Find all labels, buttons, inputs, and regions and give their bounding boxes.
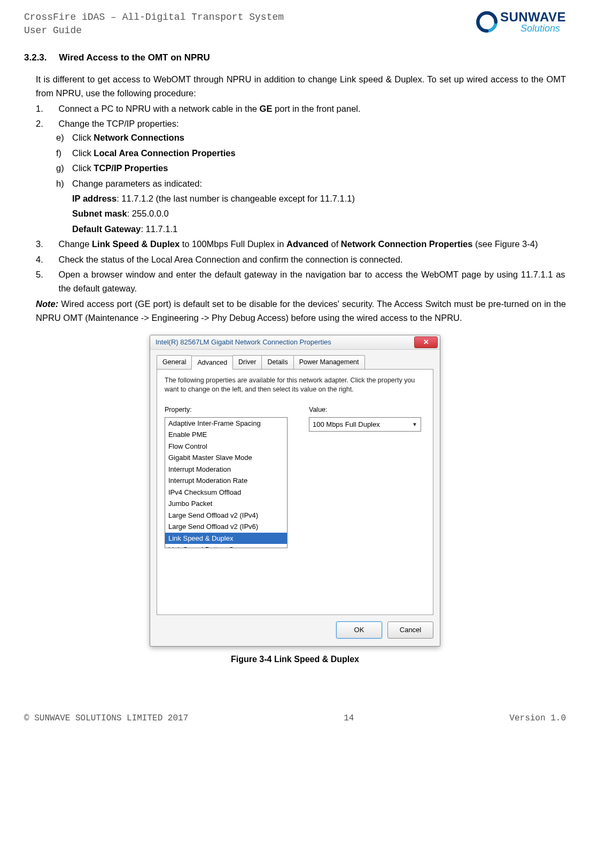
figure-caption: Figure 3-4 Link Speed & Duplex bbox=[24, 653, 566, 666]
doc-title-line1: CrossFire iDAS – All-Digital Transport S… bbox=[24, 11, 284, 24]
property-item[interactable]: Large Send Offload v2 (IPv6) bbox=[165, 521, 287, 533]
intro-paragraph: It is different to get access to WebOMT … bbox=[36, 72, 566, 101]
logo-text-main: SUNWAVE bbox=[500, 11, 566, 24]
subnet-mask-line: Subnet mask: 255.0.0.0 bbox=[72, 206, 566, 220]
logo-text-sub: Solutions bbox=[521, 24, 566, 33]
step3: Change Link Speed & Duplex to 100Mbps Fu… bbox=[59, 237, 565, 251]
close-button[interactable]: ✕ bbox=[414, 336, 438, 348]
sunwave-swirl-icon bbox=[476, 11, 498, 33]
tab-advanced[interactable]: Advanced bbox=[191, 356, 233, 370]
step1-num: 1. bbox=[36, 102, 56, 116]
section-number: 3.2.3. bbox=[24, 51, 47, 65]
value-dropdown[interactable]: 100 Mbps Full Duplex ▼ bbox=[309, 417, 421, 432]
chevron-down-icon: ▼ bbox=[412, 420, 417, 428]
footer-page-number: 14 bbox=[344, 712, 354, 725]
property-item[interactable]: Interrupt Moderation bbox=[165, 464, 287, 475]
step2: Change the TCP/IP properties: bbox=[59, 117, 565, 130]
property-item[interactable]: Adaptive Inter-Frame Spacing bbox=[165, 418, 287, 429]
note-text: Wired access port (GE port) is default s… bbox=[36, 299, 566, 322]
step4: Check the status of the Local Area Conne… bbox=[59, 252, 565, 266]
tab-details[interactable]: Details bbox=[261, 355, 293, 370]
advanced-panel: The following properties are available f… bbox=[157, 369, 433, 615]
step1: Connect a PC to NPRU with a network cabl… bbox=[59, 102, 565, 116]
property-item[interactable]: Flow Control bbox=[165, 441, 287, 452]
section-heading: 3.2.3. Wired Access to the OMT on NPRU bbox=[24, 51, 566, 65]
cancel-button[interactable]: Cancel bbox=[387, 621, 433, 639]
step3-num: 3. bbox=[36, 237, 56, 251]
dialog-titlebar[interactable]: Intel(R) 82567LM Gigabit Network Connect… bbox=[150, 335, 440, 350]
page-header: CrossFire iDAS – All-Digital Transport S… bbox=[24, 11, 566, 37]
body-content: It is different to get access to WebOMT … bbox=[36, 72, 566, 325]
step5-num: 5. bbox=[36, 267, 56, 281]
property-item[interactable]: Jumbo Packet bbox=[165, 498, 287, 510]
property-item[interactable]: Link Speed Battery Saver bbox=[165, 544, 287, 548]
property-item[interactable]: Link Speed & Duplex bbox=[165, 533, 287, 544]
property-item[interactable]: Gigabit Master Slave Mode bbox=[165, 452, 287, 464]
dialog-title: Intel(R) 82567LM Gigabit Network Connect… bbox=[156, 337, 331, 348]
value-selected: 100 Mbps Full Duplex bbox=[313, 419, 380, 430]
note-paragraph: Note: Wired access port (GE port) is def… bbox=[36, 297, 566, 325]
default-gateway-line: Default Gateway: 11.7.1.1 bbox=[72, 222, 566, 236]
network-properties-dialog: Intel(R) 82567LM Gigabit Network Connect… bbox=[150, 335, 440, 647]
ok-button[interactable]: OK bbox=[336, 621, 382, 639]
property-listbox[interactable]: Adaptive Inter-Frame SpacingEnable PMEFl… bbox=[165, 417, 288, 548]
figure-3-4: Intel(R) 82567LM Gigabit Network Connect… bbox=[24, 335, 566, 666]
property-item[interactable]: Enable PME bbox=[165, 429, 287, 441]
ip-address-line: IP address: 11.7.1.2 (the last number is… bbox=[72, 191, 566, 205]
step2e: Click Network Connections bbox=[72, 133, 184, 142]
step2h: Change parameters as indicated: bbox=[72, 179, 202, 188]
panel-description: The following properties are available f… bbox=[165, 376, 425, 394]
property-item[interactable]: Large Send Offload v2 (IPv4) bbox=[165, 510, 287, 521]
tab-driver[interactable]: Driver bbox=[232, 355, 262, 370]
property-item[interactable]: IPv4 Checksum Offload bbox=[165, 487, 287, 498]
step4-num: 4. bbox=[36, 252, 56, 266]
tab-power-management[interactable]: Power Management bbox=[293, 355, 365, 370]
note-label: Note: bbox=[36, 299, 58, 309]
step2f: Click Local Area Connection Properties bbox=[72, 148, 236, 158]
page-footer: © SUNWAVE SOLUTIONS LIMITED 2017 14 Vers… bbox=[24, 709, 566, 725]
section-title: Wired Access to the OMT on NPRU bbox=[59, 52, 210, 63]
value-label: Value: bbox=[309, 405, 425, 415]
step5: Open a browser window and enter the defa… bbox=[59, 267, 565, 296]
doc-title: CrossFire iDAS – All-Digital Transport S… bbox=[24, 11, 284, 37]
close-icon: ✕ bbox=[423, 337, 429, 348]
company-logo: SUNWAVE Solutions bbox=[476, 11, 566, 33]
step2-num: 2. bbox=[36, 117, 56, 130]
step2g: Click TCP/IP Properties bbox=[72, 163, 168, 173]
tab-general[interactable]: General bbox=[157, 355, 192, 370]
doc-title-line2: User Guide bbox=[24, 24, 284, 37]
footer-copyright: © SUNWAVE SOLUTIONS LIMITED 2017 bbox=[24, 712, 188, 725]
property-item[interactable]: Interrupt Moderation Rate bbox=[165, 475, 287, 487]
property-label: Property: bbox=[165, 405, 288, 415]
footer-version: Version 1.0 bbox=[509, 712, 566, 725]
dialog-tabs: General Advanced Driver Details Power Ma… bbox=[150, 350, 440, 370]
